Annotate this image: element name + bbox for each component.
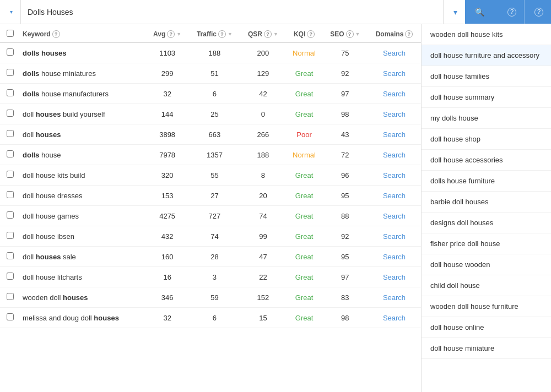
traffic-help-icon[interactable]: ? bbox=[218, 30, 226, 38]
row-checkbox-cell bbox=[0, 308, 18, 328]
kqi-cell: Great bbox=[286, 63, 323, 84]
qsr-cell: 74 bbox=[240, 206, 285, 226]
related-button[interactable]: ? bbox=[498, 0, 525, 24]
avg-cell: 32 bbox=[146, 84, 189, 104]
search-link[interactable]: Search bbox=[383, 110, 406, 118]
search-link[interactable]: Search bbox=[383, 232, 406, 241]
domains-cell: Search bbox=[368, 186, 421, 206]
sidebar-item[interactable]: fisher price doll house bbox=[422, 233, 551, 254]
keyword-cell: doll house dresses bbox=[18, 186, 146, 206]
kqi-value: Great bbox=[295, 253, 314, 261]
table-row: doll houses sale1602847Great95Search bbox=[0, 247, 421, 267]
kqi-cell: Great bbox=[286, 308, 323, 328]
row-checkbox[interactable] bbox=[7, 232, 14, 239]
keyword-cell: doll houses build yourself bbox=[18, 104, 146, 124]
traffic-cell: 188 bbox=[189, 42, 241, 63]
sidebar-item[interactable]: wooden doll house kits bbox=[422, 24, 551, 45]
search-link[interactable]: Search bbox=[383, 192, 406, 200]
kqi-cell: Great bbox=[286, 267, 323, 287]
row-checkbox[interactable] bbox=[7, 48, 14, 56]
domains-cell: Search bbox=[368, 287, 421, 308]
brainstorm-button[interactable]: ? bbox=[525, 0, 551, 24]
avg-cell: 299 bbox=[146, 63, 189, 84]
search-link[interactable]: Search bbox=[383, 273, 406, 281]
table-row: doll house litcharts16322Great97Search bbox=[0, 267, 421, 287]
qsr-cell: 152 bbox=[240, 287, 285, 308]
sidebar-item[interactable]: doll house online bbox=[422, 317, 551, 338]
row-checkbox[interactable] bbox=[7, 130, 14, 137]
search-link[interactable]: Search bbox=[383, 49, 406, 57]
search-link[interactable]: Search bbox=[383, 212, 406, 220]
select-all-checkbox[interactable] bbox=[7, 30, 14, 37]
row-checkbox[interactable] bbox=[7, 89, 14, 96]
history-dropdown[interactable]: ▾ bbox=[443, 0, 465, 24]
kqi-cell: Great bbox=[286, 165, 323, 186]
search-link[interactable]: Search bbox=[383, 253, 406, 261]
sidebar-item[interactable]: dolls house furniture bbox=[422, 171, 551, 192]
sidebar-item[interactable]: doll house accessories bbox=[422, 150, 551, 171]
history-chevron-icon: ▾ bbox=[453, 8, 457, 17]
col-traffic: Traffic ? ▼ bbox=[189, 24, 241, 42]
search-link[interactable]: Search bbox=[383, 130, 406, 139]
avg-cell: 16 bbox=[146, 267, 189, 287]
search-input[interactable] bbox=[28, 8, 436, 17]
traffic-cell: 25 bbox=[189, 104, 241, 124]
row-checkbox[interactable] bbox=[7, 69, 14, 76]
row-checkbox[interactable] bbox=[7, 313, 14, 320]
seo-cell: 97 bbox=[323, 84, 368, 104]
search-link[interactable]: Search bbox=[383, 293, 406, 302]
kqi-cell: Great bbox=[286, 84, 323, 104]
qsr-help-icon[interactable]: ? bbox=[264, 30, 272, 38]
sidebar-item[interactable]: doll house miniature bbox=[422, 338, 551, 359]
sidebar-item[interactable]: doll house wooden bbox=[422, 254, 551, 275]
avg-help-icon[interactable]: ? bbox=[167, 30, 175, 38]
qsr-cell: 188 bbox=[240, 145, 285, 165]
sidebar-item[interactable]: doll house families bbox=[422, 66, 551, 87]
row-checkbox[interactable] bbox=[7, 110, 14, 117]
keyword-table-area: Keyword ? Avg ? ▼ Traffic bbox=[0, 24, 422, 392]
keyword-cell: doll houses sale bbox=[18, 247, 146, 267]
sidebar-item[interactable]: designs doll houses bbox=[422, 213, 551, 233]
sidebar-item[interactable]: doll house summary bbox=[422, 87, 551, 108]
seo-cell: 95 bbox=[323, 247, 368, 267]
find-keywords-button[interactable]: 🔍 bbox=[465, 0, 498, 24]
row-checkbox[interactable] bbox=[7, 293, 14, 300]
qsr-cell: 22 bbox=[240, 267, 285, 287]
search-link[interactable]: Search bbox=[383, 90, 406, 98]
search-link[interactable]: Search bbox=[383, 151, 406, 159]
avg-cell: 432 bbox=[146, 226, 189, 247]
qsr-cell: 8 bbox=[240, 165, 285, 186]
avg-cell: 144 bbox=[146, 104, 189, 124]
seo-help-icon[interactable]: ? bbox=[346, 30, 354, 38]
kqi-value: Great bbox=[295, 232, 314, 241]
keyword-help-icon[interactable]: ? bbox=[52, 30, 60, 38]
row-checkbox[interactable] bbox=[7, 273, 14, 280]
sidebar-item[interactable]: barbie doll houses bbox=[422, 192, 551, 213]
row-checkbox[interactable] bbox=[7, 211, 14, 219]
row-checkbox[interactable] bbox=[7, 171, 14, 178]
search-link[interactable]: Search bbox=[383, 171, 406, 179]
related-sidebar: wooden doll house kitsdoll house furnitu… bbox=[422, 24, 551, 392]
row-checkbox[interactable] bbox=[7, 191, 14, 198]
sidebar-item[interactable]: doll house shop bbox=[422, 129, 551, 150]
row-checkbox[interactable] bbox=[7, 252, 14, 259]
keyword-cell: doll house games bbox=[18, 206, 146, 226]
search-link[interactable]: Search bbox=[383, 69, 406, 78]
phrase-dropdown[interactable]: ▾ bbox=[0, 0, 21, 24]
sidebar-item[interactable]: wooden doll house furniture bbox=[422, 296, 551, 317]
search-link[interactable]: Search bbox=[383, 314, 406, 322]
row-checkbox[interactable] bbox=[7, 150, 14, 157]
sidebar-item[interactable]: doll house furniture and accessory bbox=[422, 45, 551, 66]
keyword-table: Keyword ? Avg ? ▼ Traffic bbox=[0, 24, 421, 328]
seo-cell: 75 bbox=[323, 42, 368, 63]
qsr-cell: 15 bbox=[240, 308, 285, 328]
row-checkbox-cell bbox=[0, 206, 18, 226]
row-checkbox-cell bbox=[0, 247, 18, 267]
sidebar-item[interactable]: child doll house bbox=[422, 275, 551, 296]
table-row: wooden doll houses34659152Great83Search bbox=[0, 287, 421, 308]
domains-help-icon[interactable]: ? bbox=[405, 30, 413, 38]
brainstorm-help-icon[interactable]: ? bbox=[534, 8, 543, 17]
related-help-icon[interactable]: ? bbox=[507, 8, 516, 17]
kqi-help-icon[interactable]: ? bbox=[307, 30, 315, 38]
sidebar-item[interactable]: my dolls house bbox=[422, 108, 551, 129]
